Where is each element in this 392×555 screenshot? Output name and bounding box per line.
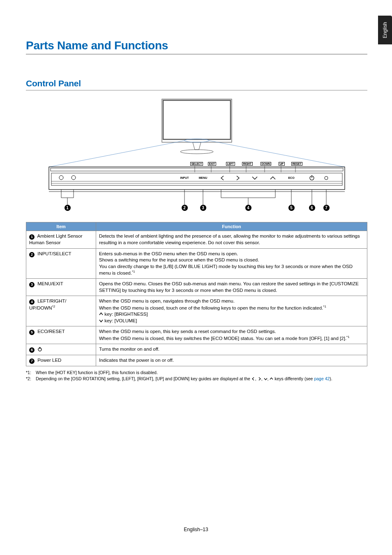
table-cell-function: When the OSD menu is open, this key send…	[96, 326, 367, 344]
row-number-badge: 6	[29, 347, 35, 353]
svg-text:INPUT: INPUT	[180, 176, 189, 179]
footnote-1-text: When the [HOT KEY] function is [OFF], th…	[36, 370, 158, 376]
svg-point-12	[71, 176, 76, 180]
diagram-label-right: RIGHT	[242, 162, 253, 166]
footnote-1-label: *1:	[26, 370, 36, 376]
row-number-badge: 2	[29, 252, 35, 257]
chevron-up-icon	[270, 377, 273, 381]
table-row: 3 MENU/EXITOpens the OSD menu. Closes th…	[26, 279, 367, 296]
table-row: 4 LEFT/RIGHT/UP/DOWN*2When the OSD menu …	[26, 296, 367, 326]
diagram-label-select: SELECT	[190, 162, 203, 166]
table-cell-function: Enters sub-menus in the OSD menu when th…	[96, 248, 367, 279]
table-header-function: Function	[96, 222, 367, 231]
footnote-2-text: Depending on the [OSD ROTATION] setting,…	[36, 376, 332, 382]
row-number-badge: 4	[29, 299, 35, 305]
table-cell-item: 6	[26, 344, 96, 355]
svg-rect-0	[162, 99, 232, 142]
svg-rect-8	[51, 173, 342, 185]
table-cell-item: 2 INPUT/SELECT	[26, 248, 96, 279]
language-tab: English	[378, 16, 392, 44]
svg-text:ECO: ECO	[288, 176, 295, 179]
footnotes: *1: When the [HOT KEY] function is [OFF]…	[26, 370, 367, 382]
diagram-callout-5: 5	[288, 205, 295, 211]
diagram-callout-1: 1	[65, 205, 71, 211]
table-row: 5 ECO/RESETWhen the OSD menu is open, th…	[26, 326, 367, 344]
page-title: Parts Name and Functions	[26, 39, 367, 52]
diagram-label-up: UP	[279, 162, 285, 166]
svg-rect-7	[51, 168, 343, 171]
diagram-callout-7: 7	[323, 205, 330, 211]
svg-point-11	[59, 176, 63, 180]
svg-rect-1	[163, 100, 231, 139]
table-cell-function: Indicates that the power is on or off.	[96, 355, 367, 366]
table-row: 6 Turns the monitor on and off.	[26, 344, 367, 355]
table-cell-function: Turns the monitor on and off.	[96, 344, 367, 355]
table-cell-item: 3 MENU/EXIT	[26, 279, 96, 296]
page-number: English–13	[0, 527, 392, 532]
section-subtitle: Control Panel	[26, 79, 367, 88]
row-number-badge: 3	[29, 282, 35, 287]
svg-line-4	[49, 141, 184, 167]
control-panel-table: Item Function 1 Ambient Light SensorHuma…	[26, 222, 367, 366]
row-number-badge: 7	[29, 358, 35, 364]
table-cell-function: When the OSD menu is open, navigates thr…	[96, 296, 367, 326]
page-content: Parts Name and Functions Control Panel	[0, 0, 392, 382]
table-cell-item: 4 LEFT/RIGHT/UP/DOWN*2	[26, 296, 96, 326]
subtitle-rule	[26, 90, 367, 90]
table-cell-item: 5 ECO/RESET	[26, 326, 96, 344]
diagram-callout-6: 6	[309, 205, 315, 211]
title-rule	[26, 54, 367, 55]
table-header-item: Item	[26, 222, 96, 231]
table-row: 1 Ambient Light SensorHuman SensorDetect…	[26, 231, 367, 249]
page-reference-link[interactable]: page 42	[314, 376, 330, 381]
table-row: 2 INPUT/SELECTEnters sub-menus in the OS…	[26, 248, 367, 279]
diagram-callout-4: 4	[245, 205, 251, 211]
footnote-2-label: *2:	[26, 376, 36, 382]
svg-point-2	[180, 150, 213, 154]
svg-point-18	[325, 176, 328, 180]
chevron-down-icon	[264, 377, 267, 381]
row-number-badge: 1	[29, 234, 35, 240]
diagram-callout-2: 2	[182, 205, 188, 211]
svg-rect-6	[49, 167, 345, 190]
diagram-label-exit: EXIT	[208, 162, 216, 166]
table-cell-item: 7 Power LED	[26, 355, 96, 366]
table-cell-function: Opens the OSD menu. Closes the OSD sub-m…	[96, 279, 367, 296]
svg-text:MENU: MENU	[198, 176, 207, 179]
chevron-right-icon	[258, 377, 261, 381]
chevron-left-icon	[251, 377, 255, 381]
diagram-label-down: DOWN	[261, 162, 272, 166]
table-row: 7 Power LEDIndicates that the power is o…	[26, 355, 367, 366]
diagram-label-left: LEFT	[226, 162, 235, 166]
table-cell-item: 1 Ambient Light SensorHuman Sensor	[26, 231, 96, 249]
control-panel-diagram: INPUT MENU ECO	[32, 97, 361, 220]
table-cell-function: Detects the level of ambient lighting an…	[96, 231, 367, 249]
row-number-badge: 5	[29, 330, 35, 335]
diagram-callout-3: 3	[200, 205, 206, 211]
diagram-label-reset: RESET	[291, 162, 303, 166]
